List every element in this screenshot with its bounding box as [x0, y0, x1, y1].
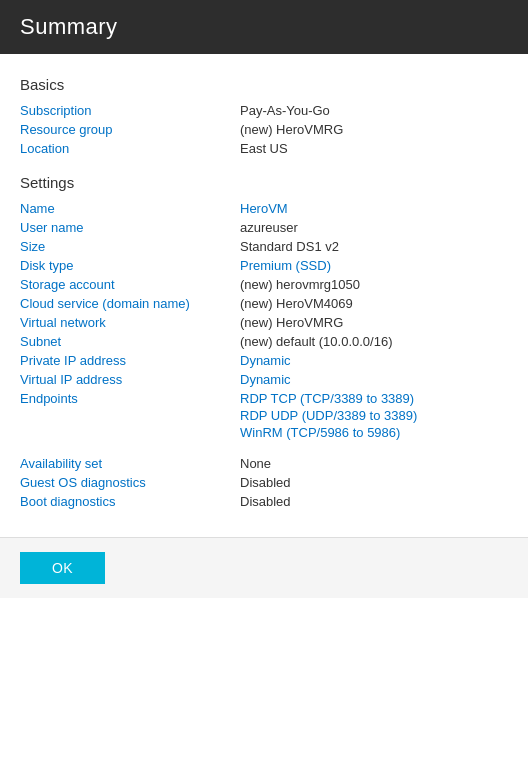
settings-value-cloud-service: (new) HeroVM4069 [240, 296, 353, 311]
endpoint-rdp-udp: RDP UDP (UDP/3389 to 3389) [240, 408, 417, 423]
settings-row-cloud-service: Cloud service (domain name) (new) HeroVM… [20, 296, 508, 311]
settings-row-disk-type: Disk type Premium (SSD) [20, 258, 508, 273]
settings-row-guest-os: Guest OS diagnostics Disabled [20, 475, 508, 490]
settings-label-virtual-network: Virtual network [20, 315, 240, 330]
settings-label-name: Name [20, 201, 240, 216]
footer: OK [0, 537, 528, 598]
basics-section-title: Basics [20, 76, 508, 93]
settings-value-boot-diagnostics: Disabled [240, 494, 291, 509]
settings-label-subnet: Subnet [20, 334, 240, 349]
header: Summary [0, 0, 528, 54]
settings-label-size: Size [20, 239, 240, 254]
settings-section-title: Settings [20, 174, 508, 191]
settings-row-boot-diagnostics: Boot diagnostics Disabled [20, 494, 508, 509]
settings-row-private-ip: Private IP address Dynamic [20, 353, 508, 368]
settings-value-private-ip: Dynamic [240, 353, 291, 368]
settings-row-username: User name azureuser [20, 220, 508, 235]
basics-value-subscription: Pay-As-You-Go [240, 103, 330, 118]
endpoint-rdp-tcp: RDP TCP (TCP/3389 to 3389) [240, 391, 417, 406]
settings-label-username: User name [20, 220, 240, 235]
settings-value-endpoints: RDP TCP (TCP/3389 to 3389) RDP UDP (UDP/… [240, 391, 417, 442]
ok-button[interactable]: OK [20, 552, 105, 584]
settings-label-availability-set: Availability set [20, 456, 240, 471]
settings-row-endpoints: Endpoints RDP TCP (TCP/3389 to 3389) RDP… [20, 391, 508, 442]
settings-value-size: Standard DS1 v2 [240, 239, 339, 254]
settings-row-subnet: Subnet (new) default (10.0.0.0/16) [20, 334, 508, 349]
basics-label-resource-group: Resource group [20, 122, 240, 137]
settings-value-name: HeroVM [240, 201, 288, 216]
settings-row-virtual-ip: Virtual IP address Dynamic [20, 372, 508, 387]
endpoint-winrm: WinRM (TCP/5986 to 5986) [240, 425, 417, 440]
settings-row-virtual-network: Virtual network (new) HeroVMRG [20, 315, 508, 330]
settings-label-boot-diagnostics: Boot diagnostics [20, 494, 240, 509]
basics-row-location: Location East US [20, 141, 508, 156]
settings-section: Settings Name HeroVM User name azureuser… [20, 174, 508, 509]
settings-value-virtual-ip: Dynamic [240, 372, 291, 387]
settings-value-username: azureuser [240, 220, 298, 235]
basics-label-location: Location [20, 141, 240, 156]
settings-value-availability-set: None [240, 456, 271, 471]
settings-row-storage-account: Storage account (new) herovmrg1050 [20, 277, 508, 292]
settings-value-storage-account: (new) herovmrg1050 [240, 277, 360, 292]
settings-label-virtual-ip: Virtual IP address [20, 372, 240, 387]
page-title: Summary [20, 14, 118, 39]
settings-value-disk-type: Premium (SSD) [240, 258, 331, 273]
basics-row-resource-group: Resource group (new) HeroVMRG [20, 122, 508, 137]
settings-label-storage-account: Storage account [20, 277, 240, 292]
basics-section: Basics Subscription Pay-As-You-Go Resour… [20, 76, 508, 156]
settings-label-endpoints: Endpoints [20, 391, 240, 406]
settings-value-guest-os: Disabled [240, 475, 291, 490]
settings-value-virtual-network: (new) HeroVMRG [240, 315, 343, 330]
settings-label-cloud-service: Cloud service (domain name) [20, 296, 240, 311]
settings-row-availability-set: Availability set None [20, 456, 508, 471]
basics-value-resource-group: (new) HeroVMRG [240, 122, 343, 137]
settings-label-guest-os: Guest OS diagnostics [20, 475, 240, 490]
settings-label-disk-type: Disk type [20, 258, 240, 273]
basics-label-subscription: Subscription [20, 103, 240, 118]
basics-row-subscription: Subscription Pay-As-You-Go [20, 103, 508, 118]
settings-row-name: Name HeroVM [20, 201, 508, 216]
content-area: Basics Subscription Pay-As-You-Go Resour… [0, 54, 528, 537]
basics-value-location: East US [240, 141, 288, 156]
settings-value-subnet: (new) default (10.0.0.0/16) [240, 334, 392, 349]
settings-row-size: Size Standard DS1 v2 [20, 239, 508, 254]
settings-label-private-ip: Private IP address [20, 353, 240, 368]
